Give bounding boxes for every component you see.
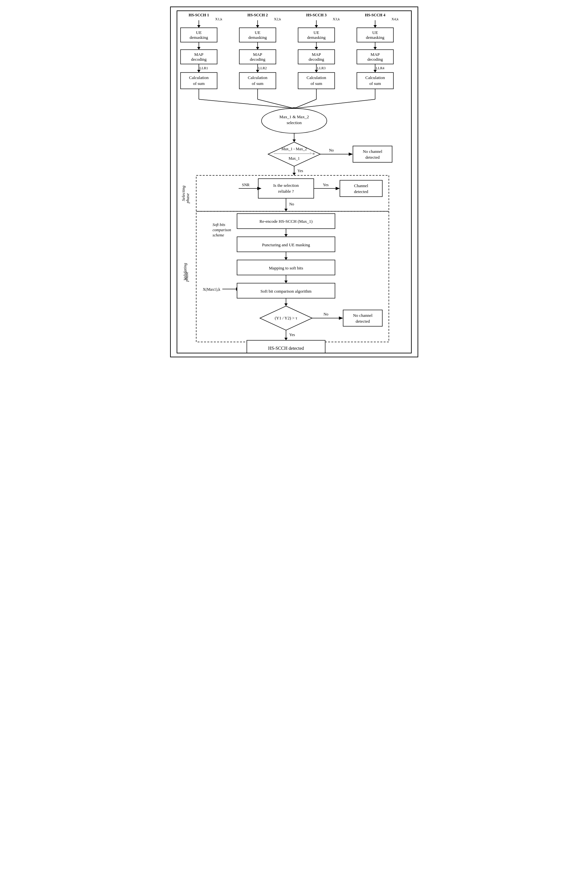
svg-text:Yes: Yes	[289, 332, 295, 337]
svg-text:HS-SCCH 2: HS-SCCH 2	[247, 13, 267, 17]
svg-text:Soft bits: Soft bits	[213, 222, 225, 227]
svg-rect-93	[353, 146, 392, 162]
diagram-container: HS-SCCH 1 X1,k UE demasking MAP decoding…	[170, 6, 418, 357]
svg-text:No: No	[324, 312, 328, 317]
svg-text:detected: detected	[354, 189, 368, 194]
svg-text:UE: UE	[372, 30, 378, 35]
svg-text:X1,k: X1,k	[215, 17, 222, 21]
svg-text:(Y1 / Y2) > τ: (Y1 / Y2) > τ	[274, 315, 297, 320]
svg-text:No: No	[329, 148, 334, 153]
svg-text:comparison: comparison	[213, 228, 231, 232]
svg-text:demasking: demasking	[248, 35, 267, 40]
svg-text:Calculation: Calculation	[189, 75, 208, 80]
svg-text:LLR1: LLR1	[200, 66, 208, 70]
svg-marker-141	[284, 303, 288, 306]
svg-text:of sum: of sum	[193, 81, 205, 86]
svg-marker-44	[315, 47, 318, 50]
svg-text:X4,k: X4,k	[392, 17, 399, 21]
svg-text:detected: detected	[365, 155, 380, 160]
svg-marker-39	[315, 25, 318, 28]
svg-text:Calculation: Calculation	[365, 75, 385, 80]
svg-text:Max_1 & Max_2: Max_1 & Max_2	[279, 114, 309, 119]
svg-text:No channel: No channel	[353, 313, 372, 318]
svg-text:SNR: SNR	[242, 183, 249, 187]
svg-text:demasking: demasking	[366, 35, 384, 40]
svg-line-73	[199, 99, 294, 108]
svg-text:UE: UE	[255, 30, 260, 35]
svg-text:HS-SCCH 1: HS-SCCH 1	[188, 13, 208, 17]
svg-marker-21	[256, 25, 259, 28]
svg-text:of sum: of sum	[310, 81, 322, 86]
svg-text:MAP: MAP	[312, 52, 321, 57]
svg-text:MAP: MAP	[253, 52, 262, 57]
svg-text:Re-encode HS-SCCH (Max_1): Re-encode HS-SCCH (Max_1)	[259, 219, 312, 224]
svg-text:No: No	[289, 202, 294, 206]
svg-text:HS-SCCH 3: HS-SCCH 3	[306, 13, 326, 17]
svg-marker-57	[374, 25, 377, 28]
svg-marker-151	[284, 338, 288, 340]
svg-marker-115	[284, 209, 288, 211]
svg-text:No channel: No channel	[363, 149, 382, 154]
svg-marker-85	[292, 140, 296, 142]
svg-text:phase: phase	[185, 193, 190, 204]
svg-text:Yes: Yes	[323, 183, 329, 187]
flowchart-svg: HS-SCCH 1 X1,k UE demasking MAP decoding…	[177, 11, 412, 353]
svg-text:decoding: decoding	[309, 57, 324, 62]
svg-rect-102	[258, 179, 314, 198]
svg-text:Mapping to soft bits: Mapping to soft bits	[269, 266, 303, 270]
svg-marker-67	[374, 70, 377, 72]
svg-text:Calculation: Calculation	[248, 75, 267, 80]
svg-text:decoding: decoding	[250, 57, 266, 62]
svg-text:scheme: scheme	[213, 233, 224, 237]
svg-text:of sum: of sum	[252, 81, 264, 86]
svg-text:detected: detected	[356, 319, 370, 324]
svg-text:Max_1 - Max_2: Max_1 - Max_2	[281, 147, 307, 151]
svg-marker-134	[284, 281, 288, 283]
svg-text:HS-SCCH 4: HS-SCCH 4	[364, 13, 385, 17]
svg-text:Max_1: Max_1	[289, 156, 300, 161]
svg-text:MAP: MAP	[370, 52, 380, 57]
svg-rect-147	[343, 310, 382, 326]
svg-text:MAP: MAP	[194, 52, 203, 57]
svg-text:X(Max1),k: X(Max1),k	[203, 287, 220, 292]
svg-text:LLR4: LLR4	[376, 66, 385, 70]
svg-text:HS-SCCH detected: HS-SCCH detected	[268, 346, 304, 351]
svg-marker-13	[197, 70, 201, 72]
svg-rect-111	[340, 180, 382, 197]
svg-text:decoding: decoding	[191, 57, 207, 62]
svg-text:Is the selection: Is the selection	[273, 183, 299, 188]
svg-text:Soft bit comparison algorithm: Soft bit comparison algorithm	[260, 289, 311, 294]
svg-text:X3,k: X3,k	[333, 17, 340, 21]
svg-text:——————————> α: ——————————> α	[273, 151, 314, 155]
svg-marker-31	[256, 70, 259, 72]
svg-text:LLR2: LLR2	[258, 66, 267, 70]
svg-text:demasking: demasking	[307, 35, 326, 40]
svg-text:UE: UE	[314, 30, 319, 35]
svg-marker-130	[284, 257, 288, 260]
svg-marker-145	[339, 317, 343, 320]
svg-text:selection: selection	[286, 120, 302, 125]
svg-marker-49	[315, 70, 318, 72]
svg-text:Channel: Channel	[354, 183, 368, 188]
svg-marker-91	[349, 153, 353, 156]
svg-text:Calculation: Calculation	[307, 75, 326, 80]
svg-marker-26	[256, 47, 259, 50]
svg-text:reliable ?: reliable ?	[278, 189, 294, 194]
svg-line-79	[294, 99, 375, 108]
svg-text:UE: UE	[196, 30, 201, 35]
svg-text:demasking: demasking	[189, 35, 208, 40]
svg-text:LLR3: LLR3	[317, 66, 326, 70]
svg-text:Puncturing and UE masking: Puncturing and UE masking	[262, 242, 310, 247]
svg-marker-3	[197, 25, 201, 28]
svg-marker-97	[292, 173, 296, 176]
svg-text:phase: phase	[184, 272, 189, 282]
svg-text:Yes: Yes	[297, 168, 303, 173]
svg-text:decoding: decoding	[367, 57, 383, 62]
svg-text:X2,k: X2,k	[274, 17, 281, 21]
svg-marker-8	[197, 47, 201, 50]
svg-text:of sum: of sum	[369, 81, 381, 86]
svg-marker-62	[374, 47, 377, 50]
svg-marker-126	[284, 234, 288, 237]
svg-marker-109	[336, 187, 340, 190]
svg-line-75	[258, 99, 294, 108]
